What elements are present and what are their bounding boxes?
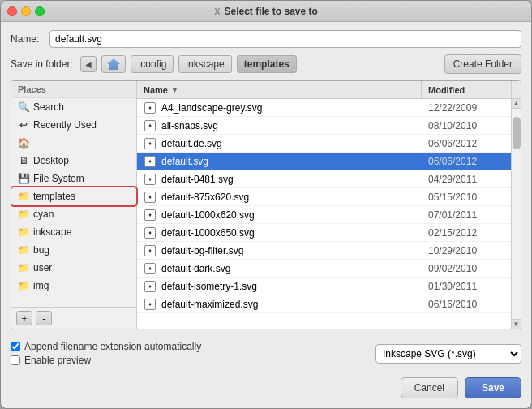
file-date: 04/29/2011 — [422, 174, 511, 185]
search-icon: 🔍 — [18, 101, 29, 113]
save-button[interactable]: Save — [465, 377, 521, 398]
sidebar-item-templates[interactable]: 📁 templates — [11, 187, 136, 205]
folder-row: Save in folder: ◀ .config inkscape templ… — [11, 54, 521, 74]
breadcrumb-inkscape[interactable]: inkscape — [178, 55, 231, 73]
traffic-lights — [7, 6, 45, 16]
file-icon: ♦ — [142, 243, 158, 259]
checkbox-options: Append filename extension automatically … — [11, 341, 201, 366]
sidebar: Places 🔍 Search ↩ Recently Used 🏠 🖥 Desk… — [11, 81, 137, 329]
file-icon: ♦ — [142, 118, 158, 134]
enable-preview-option: Enable preview — [11, 355, 201, 366]
file-icon: ♦ — [142, 207, 158, 223]
sidebar-item-filesystem[interactable]: 💾 File System — [11, 170, 136, 187]
svg-file-icon: ♦ — [144, 209, 156, 221]
sidebar-item-desktop[interactable]: 🖥 Desktop — [11, 152, 136, 170]
sidebar-recent-label: Recently Used — [33, 119, 97, 131]
create-folder-button[interactable]: Create Folder — [444, 54, 521, 74]
table-row[interactable]: ♦ default-maximized.svg 06/16/2010 — [137, 295, 511, 313]
file-date: 07/01/2011 — [422, 209, 511, 221]
file-name: default-maximized.svg — [158, 299, 422, 310]
scrollbar[interactable]: ▲ ▼ — [511, 99, 521, 329]
file-name: default-0481.svg — [158, 174, 422, 185]
file-icon: ♦ — [142, 171, 158, 187]
append-extension-option: Append filename extension automatically — [11, 341, 201, 352]
sidebar-item-img[interactable]: 📁 img — [11, 277, 136, 295]
table-row[interactable]: ♦ default-1000x650.svg 02/15/2012 — [137, 224, 511, 242]
remove-bookmark-button[interactable]: - — [36, 311, 52, 325]
filesystem-icon: 💾 — [18, 173, 29, 184]
table-row[interactable]: ♦ default-0481.svg 04/29/2011 — [137, 170, 511, 188]
img-folder-icon: 📁 — [18, 280, 29, 291]
table-row[interactable]: ♦ default-dark.svg 09/02/2010 — [137, 260, 511, 278]
add-bookmark-button[interactable]: + — [16, 311, 32, 325]
table-row[interactable]: ♦ all-snaps.svg 08/10/2010 — [137, 117, 511, 135]
table-row[interactable]: ♦ default-1000x620.svg 07/01/2011 — [137, 206, 511, 224]
action-buttons: Cancel Save — [11, 372, 521, 400]
dialog: X Select file to save to Name: Save in f… — [0, 0, 532, 409]
file-list: Name ▼ Modified ♦ A4_landscape-grey.svg … — [137, 81, 521, 329]
sidebar-item-search[interactable]: 🔍 Search — [11, 98, 136, 116]
file-name: A4_landscape-grey.svg — [158, 102, 422, 114]
file-icon: ♦ — [142, 260, 158, 277]
append-extension-checkbox[interactable] — [11, 342, 20, 351]
table-row[interactable]: ♦ default-bg-filter.svg 10/29/2010 — [137, 242, 511, 260]
sidebar-buttons: + - — [11, 307, 136, 329]
svg-file-icon: ♦ — [144, 263, 156, 274]
sidebar-item-recently-used[interactable]: ↩ Recently Used — [11, 116, 136, 134]
file-list-header: Name ▼ Modified — [137, 81, 521, 99]
sidebar-desktop-label: Desktop — [33, 155, 69, 166]
sidebar-item-bug[interactable]: 📁 bug — [11, 241, 136, 259]
file-icon: ♦ — [142, 153, 158, 170]
nav-back-button[interactable]: ◀ — [80, 56, 97, 72]
title-bar: X Select file to save to — [1, 1, 531, 22]
sidebar-header: Places — [11, 81, 136, 98]
sidebar-item-home[interactable]: 🏠 — [11, 134, 136, 152]
minimize-button[interactable] — [21, 6, 31, 16]
enable-preview-label: Enable preview — [24, 355, 91, 366]
column-modified[interactable]: Modified — [422, 81, 511, 98]
file-icon: ♦ — [142, 225, 158, 241]
file-name: default-1000x620.svg — [158, 209, 422, 221]
table-row[interactable]: ♦ A4_landscape-grey.svg 12/22/2009 — [137, 99, 511, 117]
sidebar-templates-label: templates — [33, 191, 75, 202]
window-title: X Select file to save to — [214, 6, 318, 17]
file-name: default.de.svg — [158, 138, 422, 149]
table-row[interactable]: ♦ default-isometry-1.svg 01/30/2011 — [137, 278, 511, 295]
scroll-down-button[interactable]: ▼ — [512, 319, 521, 329]
sidebar-inkscape-label: inkscape — [33, 226, 71, 238]
scroll-thumb[interactable] — [513, 117, 521, 149]
maximize-button[interactable] — [35, 6, 45, 16]
file-name: default-dark.svg — [158, 263, 422, 274]
title-icon: X — [214, 6, 220, 16]
file-name: default-isometry-1.svg — [158, 281, 422, 292]
content: Name: Save in folder: ◀ .config inkscape… — [1, 22, 531, 408]
column-name[interactable]: Name ▼ — [137, 81, 422, 98]
svg-file-icon: ♦ — [144, 156, 156, 167]
desktop-icon: 🖥 — [18, 155, 29, 166]
filename-input[interactable] — [49, 30, 521, 48]
file-type-select[interactable]: Inkscape SVG (*.svg)Plain SVG (*.svg)PDF… — [375, 344, 521, 364]
sidebar-item-cyan[interactable]: 📁 cyan — [11, 205, 136, 223]
enable-preview-checkbox[interactable] — [11, 355, 20, 365]
scroll-up-button[interactable]: ▲ — [512, 99, 521, 109]
table-row[interactable]: ♦ default-875x620.svg 05/15/2010 — [137, 188, 511, 206]
sidebar-cyan-label: cyan — [33, 209, 54, 220]
user-folder-icon: 📁 — [18, 262, 29, 273]
templates-folder-icon: 📁 — [18, 191, 29, 202]
table-row[interactable]: ♦ default.svg 06/06/2012 — [137, 153, 511, 170]
file-date: 05/15/2010 — [422, 192, 511, 203]
breadcrumb-templates[interactable]: templates — [237, 55, 297, 73]
breadcrumb-home[interactable] — [101, 55, 126, 73]
file-name: default-bg-filter.svg — [158, 245, 422, 256]
sidebar-bug-label: bug — [33, 244, 49, 256]
file-rows[interactable]: ♦ A4_landscape-grey.svg 12/22/2009 ♦ all… — [137, 99, 511, 329]
append-extension-label: Append filename extension automatically — [24, 341, 201, 352]
close-button[interactable] — [7, 6, 17, 16]
table-row[interactable]: ♦ default.de.svg 06/06/2012 — [137, 135, 511, 153]
cancel-button[interactable]: Cancel — [401, 377, 458, 398]
breadcrumb-config[interactable]: .config — [131, 55, 174, 73]
sidebar-item-inkscape[interactable]: 📁 inkscape — [11, 223, 136, 241]
file-date: 01/30/2011 — [422, 281, 511, 292]
sidebar-item-user[interactable]: 📁 user — [11, 259, 136, 277]
file-icon: ♦ — [142, 136, 158, 152]
